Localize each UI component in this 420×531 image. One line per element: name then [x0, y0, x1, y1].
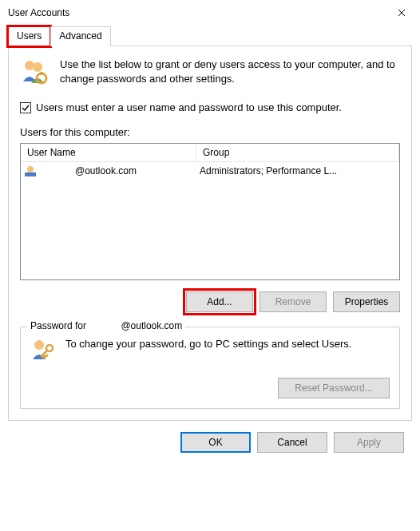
svg-point-0: [25, 61, 34, 70]
svg-rect-4: [25, 172, 36, 176]
cell-group: Administrators; Performance L...: [200, 165, 396, 176]
password-text: To change your password, go to PC settin…: [65, 337, 351, 367]
require-password-checkbox[interactable]: [20, 102, 31, 113]
require-password-row: Users must enter a user name and passwor…: [20, 101, 400, 113]
svg-point-5: [27, 166, 34, 172]
reset-password-button: Reset Password...: [278, 378, 390, 398]
users-list[interactable]: User Name Group xxxx @outlook.com Admini…: [20, 143, 400, 280]
intro-row: Use the list below to grant or deny user…: [20, 57, 400, 89]
apply-button: Apply: [334, 432, 404, 453]
tab-panel-users: Use the list below to grant or deny user…: [8, 46, 412, 421]
svg-rect-3: [40, 72, 43, 75]
require-password-label: Users must enter a user name and passwor…: [36, 101, 342, 113]
username-redacted: xxxx: [40, 165, 72, 176]
tab-advanced[interactable]: Advanced: [50, 26, 110, 46]
svg-point-1: [33, 62, 42, 72]
key-icon: [30, 337, 57, 367]
tab-users[interactable]: Users: [8, 26, 50, 46]
window-title: User Accounts: [8, 7, 69, 18]
password-groupbox: Password for xxxx@outlook.com To change …: [20, 327, 400, 409]
users-icon: [20, 57, 49, 89]
column-group[interactable]: Group: [196, 144, 399, 161]
list-button-row: Add... Remove Properties: [20, 291, 400, 312]
close-icon: [398, 9, 406, 17]
username-suffix: @outlook.com: [75, 165, 137, 176]
properties-button[interactable]: Properties: [333, 291, 400, 312]
intro-text: Use the list below to grant or deny user…: [60, 57, 400, 89]
titlebar: User Accounts: [0, 0, 420, 26]
list-header: User Name Group: [21, 144, 399, 162]
list-row[interactable]: xxxx @outlook.com Administrators; Perfor…: [21, 162, 399, 180]
remove-button: Remove: [260, 291, 327, 312]
user-icon: [24, 164, 37, 177]
users-list-label: Users for this computer:: [20, 126, 400, 138]
check-icon: [22, 104, 30, 112]
column-username[interactable]: User Name: [21, 144, 196, 161]
close-button[interactable]: [383, 0, 420, 26]
svg-point-6: [34, 340, 44, 350]
ok-button[interactable]: OK: [180, 432, 251, 453]
add-button[interactable]: Add...: [186, 291, 253, 312]
cancel-button[interactable]: Cancel: [257, 432, 327, 453]
cell-username: xxxx @outlook.com: [24, 164, 200, 177]
svg-point-7: [46, 345, 53, 351]
dialog-button-bar: OK Cancel Apply: [0, 421, 420, 464]
password-groupbox-title: Password for xxxx@outlook.com: [27, 320, 185, 331]
tab-strip: Users Advanced: [8, 26, 412, 46]
